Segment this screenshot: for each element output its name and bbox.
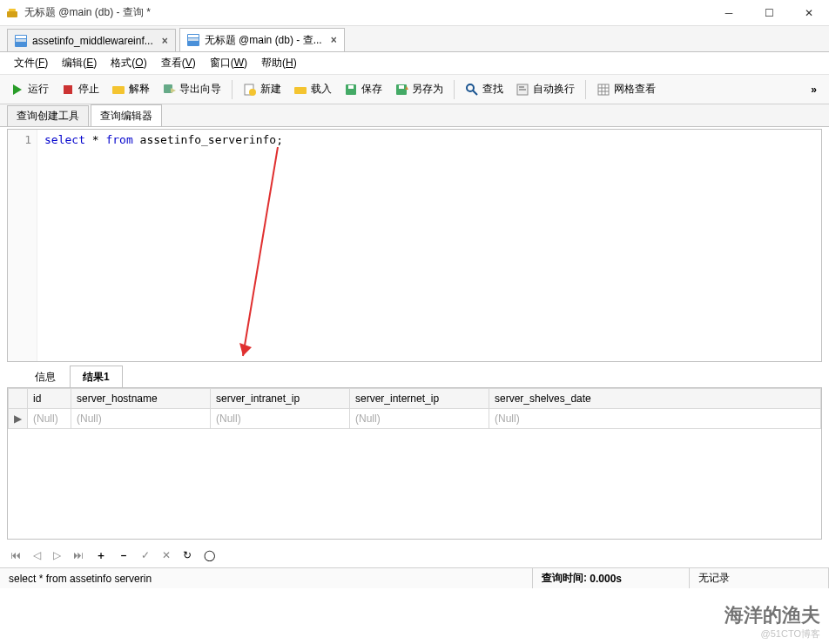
svg-rect-7 [188,38,199,41]
svg-rect-17 [348,85,354,89]
menu-format[interactable]: 格式(O) [104,52,153,74]
load-button[interactable]: 载入 [288,79,337,99]
col-server-internet-ip[interactable]: server_internet_ip [350,389,489,409]
save-icon [344,83,358,97]
save-as-button[interactable]: 另存为 [389,79,448,99]
editor-tabbar: 查询创建工具 查询编辑器 [0,104,829,127]
status-record-count: 无记录 [690,568,829,588]
play-icon [10,83,24,97]
maximize-button[interactable]: ☐ [749,0,789,26]
col-server-intranet-ip[interactable]: server_intranet_ip [211,389,350,409]
grid-icon [596,83,610,97]
menubar: 文件(F) 编辑(E) 格式(O) 查看(V) 窗口(W) 帮助(H) [0,52,829,75]
table-row[interactable]: ▶ (Null) (Null) (Null) (Null) (Null) [9,409,821,429]
tab-result1[interactable]: 结果1 [70,366,123,387]
window-titlebar: 无标题 @main (db) - 查询 * ─ ☐ ✕ [0,0,829,26]
find-button[interactable]: 查找 [460,79,509,99]
menu-view[interactable]: 查看(V) [154,52,203,74]
export-wizard-button[interactable]: 导出向导 [157,79,226,99]
tab-query-builder[interactable]: 查询创建工具 [7,105,89,126]
status-query-time: 查询时间: 0.000s [533,568,690,588]
tab-close-icon[interactable]: × [162,35,168,47]
svg-marker-12 [171,88,176,93]
svg-rect-24 [598,84,609,95]
tab-label: 无标题 @main (db) - 查... [205,33,322,48]
col-server-hostname[interactable]: server_hostname [71,389,211,409]
tab-info[interactable]: 信息 [23,366,68,387]
cell[interactable]: (Null) [489,409,821,429]
sql-code-area[interactable]: select * from assetinfo_serverinfo; [37,130,821,361]
query-icon [187,34,199,46]
watermark-text: 海洋的渔夫 [725,602,820,628]
svg-marker-8 [13,84,22,95]
tab-close-icon[interactable]: × [331,34,337,46]
stop-icon [61,83,75,97]
cell[interactable]: (Null) [350,409,489,429]
explain-button[interactable]: 解释 [106,79,155,99]
gridview-button[interactable]: 网格查看 [591,79,661,99]
svg-point-21 [467,84,474,91]
export-icon [162,83,176,97]
next-record-button[interactable]: ▷ [50,547,64,563]
autowrap-button[interactable]: 自动换行 [510,79,580,99]
delete-record-button[interactable]: － [115,547,132,565]
stop-button[interactable]: 停止 [56,79,104,99]
menu-window[interactable]: 窗口(W) [203,52,254,74]
add-record-button[interactable]: ＋ [92,547,110,565]
svg-point-14 [249,89,256,96]
new-button[interactable]: 新建 [238,79,286,99]
result-tabbar: 信息 结果1 [7,366,822,388]
tab-untitled-query[interactable]: 无标题 @main (db) - 查... × [179,28,345,51]
prev-record-button[interactable]: ◁ [30,547,44,563]
save-button[interactable]: 保存 [339,79,388,99]
watermark-source: @51CTO博客 [761,627,820,641]
svg-rect-3 [16,36,26,38]
toolbar: 运行 停止 解释 导出向导 新建 载入 保存 另存为 查找 自动换行 网格查看 … [0,75,829,104]
refresh-button[interactable]: ↻ [179,547,195,563]
cancel-edit-button[interactable]: ✕ [158,547,174,563]
toolbar-overflow-button[interactable]: » [804,84,824,96]
close-button[interactable]: ✕ [789,0,829,26]
svg-rect-19 [399,85,404,89]
window-title: 无标题 @main (db) - 查询 * [24,5,709,20]
svg-rect-9 [64,85,72,94]
svg-line-22 [473,91,477,95]
app-icon [5,6,19,20]
wrap-icon [516,83,529,97]
record-nav-toolbar: ⏮ ◁ ▷ ⏭ ＋ － ✓ ✕ ↻ ◯ [7,543,822,567]
menu-edit[interactable]: 编辑(E) [55,52,104,74]
run-button[interactable]: 运行 [5,79,54,99]
status-sql-text: select * from assetinfo serverin [0,568,533,588]
tab-query-editor[interactable]: 查询编辑器 [91,104,162,126]
stop-fetch-button[interactable]: ◯ [200,547,219,563]
cell[interactable]: (Null) [28,409,71,429]
row-marker-header [9,389,28,409]
tab-assetinfo-middleware[interactable]: assetinfo_middlewareinf... × [7,29,176,51]
menu-help[interactable]: 帮助(H) [254,52,304,74]
svg-rect-10 [112,86,125,94]
last-record-button[interactable]: ⏭ [70,547,87,563]
toolbar-separator [232,80,233,99]
col-id[interactable]: id [28,389,71,409]
result-grid[interactable]: id server_hostname server_intranet_ip se… [7,388,822,540]
confirm-button[interactable]: ✓ [138,547,153,563]
row-indicator-icon: ▶ [9,409,28,429]
svg-rect-0 [7,11,17,17]
svg-rect-4 [16,39,26,42]
document-tabbar: assetinfo_middlewareinf... × 无标题 @main (… [0,26,829,52]
svg-rect-15 [294,87,307,94]
line-gutter: 1 [8,130,37,361]
tab-label: assetinfo_middlewareinf... [32,35,153,47]
cell[interactable]: (Null) [211,409,350,429]
menu-file[interactable]: 文件(F) [7,52,55,74]
sql-editor[interactable]: 1 select * from assetinfo_serverinfo; [7,129,822,362]
save-as-icon [394,83,408,97]
first-record-button[interactable]: ⏮ [7,547,24,563]
svg-rect-6 [188,35,199,37]
minimize-button[interactable]: ─ [709,0,749,26]
col-server-shelves-date[interactable]: server_shelves_date [489,389,821,409]
folder-icon [111,83,125,97]
grid-header-row: id server_hostname server_intranet_ip se… [9,389,821,409]
cell[interactable]: (Null) [71,409,211,429]
table-icon [15,35,27,47]
